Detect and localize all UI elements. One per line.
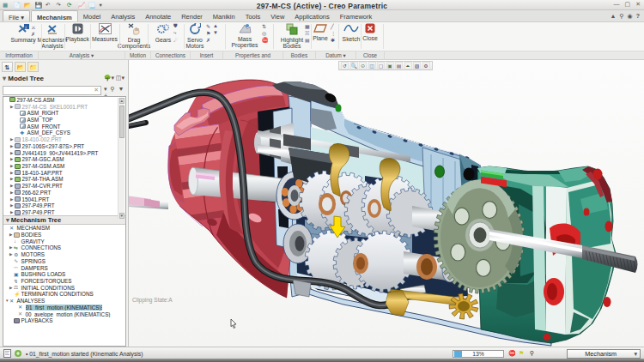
svg-text:i: i <box>26 25 27 30</box>
